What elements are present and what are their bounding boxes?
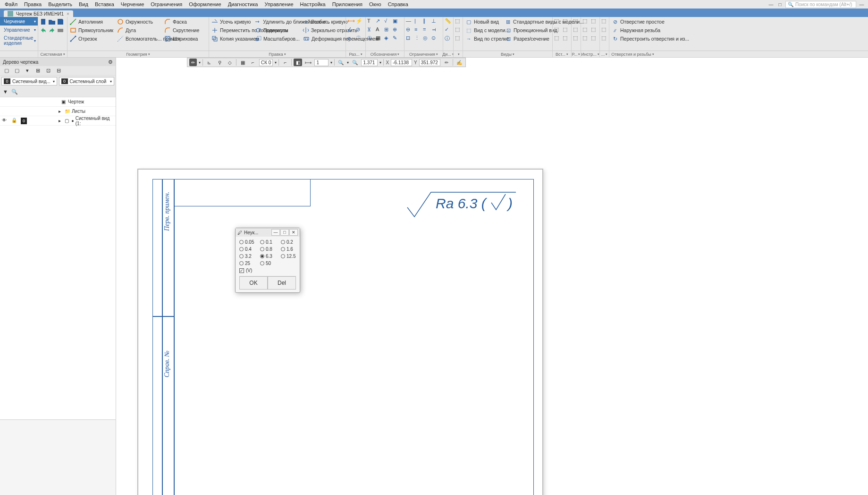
d2-icon[interactable]: ⬚ bbox=[601, 26, 609, 34]
cmd-fillet[interactable]: Скругление bbox=[163, 26, 201, 34]
cmd-extend[interactable]: Удлинить до ближайшего о... bbox=[253, 18, 300, 26]
pencil-icon[interactable]: ✏ bbox=[442, 59, 451, 66]
tree-tb2-icon[interactable]: ▢ bbox=[13, 67, 21, 75]
dim-radius-icon[interactable]: ⊘ bbox=[356, 26, 363, 34]
tangent-icon[interactable]: ⊖ bbox=[406, 26, 413, 34]
snap-icon[interactable]: ⚲ bbox=[215, 59, 224, 66]
tree-tb3-icon[interactable]: ▾ bbox=[24, 67, 31, 75]
cmd-new-view[interactable]: ▢Новый вид bbox=[464, 18, 502, 26]
menu-design[interactable]: Оформление bbox=[186, 0, 224, 8]
step-icon[interactable]: ⟼ bbox=[304, 59, 312, 66]
menu-edit[interactable]: Правка bbox=[21, 0, 44, 8]
cmd-autoline[interactable]: Автолиния bbox=[69, 18, 112, 26]
menu-settings[interactable]: Настройка bbox=[297, 0, 329, 8]
filter-input[interactable] bbox=[20, 89, 113, 94]
collinear-icon[interactable]: ⋮ bbox=[414, 35, 422, 43]
eyedropper-icon[interactable]: ✍ bbox=[455, 59, 463, 66]
perp-icon[interactable]: ⊥ bbox=[431, 18, 439, 26]
dim-diameter-icon[interactable]: ⌀ bbox=[347, 35, 355, 43]
symmetric-icon[interactable]: ⫤ bbox=[431, 26, 439, 34]
open-icon[interactable] bbox=[48, 18, 56, 26]
tree-tb4-icon[interactable]: ⊞ bbox=[34, 67, 42, 75]
window-minimize-icon[interactable]: — bbox=[767, 1, 775, 8]
app-minimize-icon[interactable]: — bbox=[858, 1, 865, 8]
ribbon-mode-drafting[interactable]: Черчение▾ bbox=[0, 17, 38, 26]
radio-0-4[interactable]: 0.4 bbox=[239, 247, 259, 252]
expand-icon[interactable]: ▸ bbox=[57, 108, 63, 114]
menu-window[interactable]: Окно bbox=[366, 0, 384, 8]
tree-tb5-icon[interactable]: ⊡ bbox=[44, 67, 52, 75]
ins3-icon[interactable]: ⬚ bbox=[554, 26, 562, 34]
radio-0-8[interactable]: 0.8 bbox=[260, 247, 280, 252]
zoom-icon[interactable]: 🔍 bbox=[351, 59, 359, 66]
mark-icon[interactable]: ◈ bbox=[384, 35, 392, 43]
misc1-icon[interactable]: ⬚ bbox=[455, 18, 463, 26]
funnel-icon[interactable]: ▼ bbox=[3, 89, 9, 95]
cmd-deform[interactable]: Деформация перемещением bbox=[302, 35, 345, 43]
menu-constraints[interactable]: Ограничения bbox=[148, 0, 185, 8]
radio-6-3[interactable]: 6.3 bbox=[260, 254, 280, 259]
t4-icon[interactable]: ⬚ bbox=[591, 26, 598, 34]
menu-diagnostics[interactable]: Диагностика bbox=[225, 0, 261, 8]
d3-icon[interactable]: ⬚ bbox=[601, 35, 609, 43]
cmd-chamfer[interactable]: Фаска bbox=[163, 18, 201, 26]
checkbox-v[interactable]: ✓ (V) bbox=[239, 268, 296, 273]
cmd-scale[interactable]: Масштабиров... bbox=[254, 35, 300, 43]
surface-icon[interactable]: √ bbox=[384, 18, 392, 26]
x-field[interactable]: -6.1138 bbox=[391, 59, 412, 66]
misc2-icon[interactable]: ⬚ bbox=[455, 26, 463, 34]
tree-row-drawing[interactable]: ▣ Чертеж bbox=[0, 97, 116, 107]
ins5-icon[interactable]: ⬚ bbox=[554, 35, 562, 43]
weld-icon[interactable]: ⊻ bbox=[367, 26, 375, 34]
step-field[interactable]: 1 bbox=[314, 59, 329, 66]
note-icon[interactable]: ✎ bbox=[393, 35, 400, 43]
ok-button[interactable]: OK bbox=[239, 276, 268, 290]
cmd-std-views[interactable]: ⊞Стандартные виды с модели... bbox=[504, 18, 551, 26]
ribbon-mode-manage[interactable]: Управление▾ bbox=[0, 26, 38, 34]
cmd-circle[interactable]: Окружность bbox=[116, 18, 160, 26]
cmd-rectangle[interactable]: Прямоугольник bbox=[69, 26, 112, 34]
cmd-move[interactable]: Переместить по координатам bbox=[211, 26, 252, 34]
datum-icon[interactable]: ▣ bbox=[393, 18, 400, 26]
dim-flash-icon[interactable]: ⚡ bbox=[356, 18, 363, 26]
t2-icon[interactable]: ⬚ bbox=[591, 18, 598, 26]
cmd-split[interactable]: Разбить кривую bbox=[302, 18, 344, 26]
zoom-field[interactable]: 1.371 bbox=[361, 59, 378, 66]
cmd-rebuild-holes[interactable]: ↻Перестроить отверстия и из... bbox=[611, 35, 655, 43]
menu-manage[interactable]: Управление bbox=[261, 0, 296, 8]
visibility-icon[interactable]: 👁 bbox=[2, 118, 8, 123]
radio-0-2[interactable]: 0.2 bbox=[281, 239, 301, 245]
tree-row-sheets[interactable]: ▸ 📁 Листы bbox=[0, 107, 116, 116]
radio-0-05[interactable]: 0.05 bbox=[239, 239, 259, 245]
del-button[interactable]: Del bbox=[268, 276, 296, 290]
select-mode-icon[interactable]: ✏ bbox=[189, 59, 197, 66]
balloon-icon[interactable]: ① bbox=[367, 35, 375, 43]
r2-icon[interactable]: ⬚ bbox=[573, 26, 581, 34]
dialog-max-icon[interactable]: □ bbox=[280, 229, 289, 236]
coord-system-field[interactable]: СК 0 bbox=[259, 59, 273, 66]
t5-icon[interactable]: ⬚ bbox=[582, 35, 590, 43]
concentric-icon[interactable]: ◎ bbox=[423, 35, 430, 43]
radio-0-1[interactable]: 0.1 bbox=[260, 239, 280, 245]
table-icon[interactable]: ▦ bbox=[376, 35, 383, 43]
tolerance-icon[interactable]: ⊞ bbox=[384, 26, 392, 34]
text-icon[interactable]: T bbox=[367, 18, 375, 26]
radio-3-2[interactable]: 3.2 bbox=[239, 254, 259, 259]
ribbon-mode-stdparts[interactable]: Стандартные изделия▾ bbox=[0, 34, 38, 47]
tree-row-system-view[interactable]: 👁 🔒 0 ▸ ▢ ● Системный вид (1: bbox=[0, 116, 116, 126]
menu-apps[interactable]: Приложения bbox=[329, 0, 365, 8]
window-maximize-icon[interactable]: □ bbox=[776, 1, 784, 8]
cmd-trim[interactable]: Усечь кривую bbox=[211, 18, 252, 26]
info-icon[interactable]: ⓘ bbox=[445, 35, 452, 43]
cmd-hole-simple[interactable]: ⊘Отверстие простое bbox=[611, 18, 655, 26]
midpoint-icon[interactable]: ⊙ bbox=[431, 35, 439, 43]
ins2-icon[interactable]: ⬚ bbox=[563, 18, 570, 26]
command-search-input[interactable]: 🔍 Поиск по командам (Alt+/) bbox=[785, 1, 856, 8]
menu-help[interactable]: Справка bbox=[385, 0, 411, 8]
layer-select[interactable]: 0Системный слой▾ bbox=[59, 77, 115, 85]
measure-icon[interactable]: 📏 bbox=[445, 18, 452, 26]
bold-icon[interactable]: A bbox=[376, 26, 383, 34]
ins1-icon[interactable]: ⬚ bbox=[554, 18, 562, 26]
d1-icon[interactable]: ⬚ bbox=[601, 18, 609, 26]
menu-file[interactable]: Файл bbox=[2, 0, 20, 8]
